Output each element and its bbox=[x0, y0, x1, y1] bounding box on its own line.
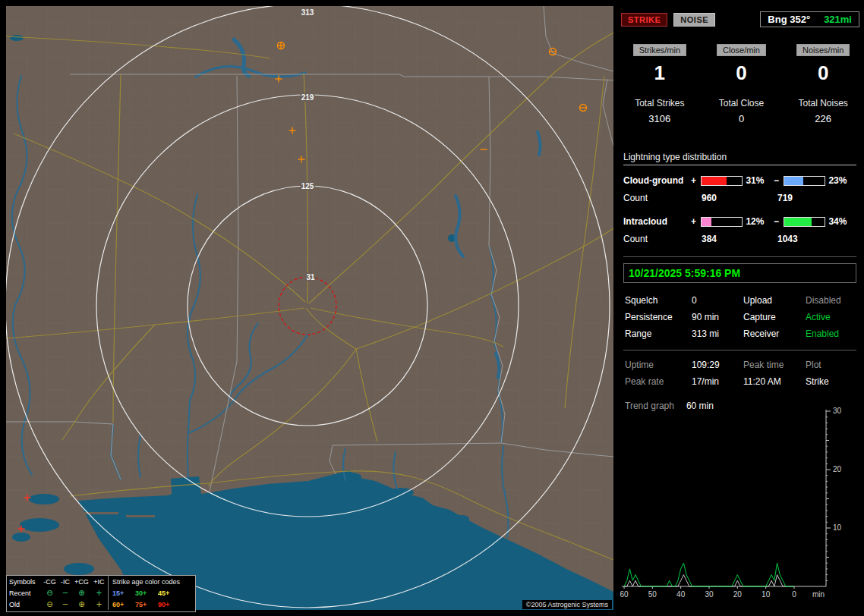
age-45: 45+ bbox=[158, 589, 181, 597]
ring-label-313: 313 bbox=[301, 8, 314, 17]
bearing-range-display: Bng 352° 321mi bbox=[760, 11, 859, 27]
recent-age-codes: 15+ 30+ 45+ bbox=[108, 587, 195, 599]
cg-positive-bar bbox=[701, 176, 743, 186]
cg-positive-percent: 31% bbox=[746, 175, 774, 186]
recent-ncg-icon: ⊖ bbox=[42, 589, 58, 597]
range-label: Range bbox=[625, 328, 692, 339]
lightning-map: 313 219 125 31 bbox=[6, 6, 613, 610]
intracloud-label: Intracloud bbox=[623, 216, 691, 227]
total-strikes-label: Total Strikes bbox=[619, 98, 701, 108]
ring-label-219: 219 bbox=[301, 93, 314, 102]
upload-label: Upload bbox=[743, 295, 806, 306]
noise-mode-button[interactable]: NOISE bbox=[673, 13, 715, 27]
age-60: 60+ bbox=[112, 601, 135, 608]
bearing-value: Bng 352° bbox=[768, 14, 810, 25]
capture-status: Active bbox=[806, 312, 859, 322]
cg-positive-count: 960 bbox=[692, 193, 777, 203]
noises-per-min-column: Noises/min 0 bbox=[782, 44, 864, 85]
plot-value: Strike bbox=[806, 376, 859, 387]
strikes-per-min-label: Strikes/min bbox=[633, 44, 686, 56]
count-label: Count bbox=[623, 193, 692, 203]
peak-rate-value: 17/min bbox=[692, 376, 743, 387]
lightning-type-distribution: Lightning type distribution Cloud-ground… bbox=[623, 152, 856, 244]
ic-positive-count: 384 bbox=[692, 234, 777, 244]
total-strikes-value: 3106 bbox=[619, 113, 701, 124]
svg-text:30: 30 bbox=[833, 407, 842, 415]
noises-per-min-value: 0 bbox=[782, 61, 864, 85]
total-close-label: Total Close bbox=[701, 98, 783, 108]
uptime-label: Uptime bbox=[625, 360, 692, 370]
old-ncg-icon: ⊖ bbox=[42, 601, 58, 608]
upload-status: Disabled bbox=[806, 295, 859, 306]
total-counters: Total Strikes 3106 Total Close 0 Total N… bbox=[619, 98, 864, 124]
receiver-status: Enabled bbox=[806, 328, 859, 339]
age-30: 30+ bbox=[135, 589, 158, 597]
bearing-distance: 321mi bbox=[824, 14, 852, 25]
svg-text:0: 0 bbox=[792, 590, 796, 599]
plus-sign: + bbox=[691, 216, 701, 227]
svg-text:60: 60 bbox=[620, 590, 629, 599]
divider bbox=[623, 256, 856, 257]
peak-rate-label: Peak rate bbox=[625, 376, 692, 387]
cloud-ground-label: Cloud-ground bbox=[623, 175, 691, 186]
close-per-min-label: Close/min bbox=[717, 44, 766, 56]
trend-chart: 1020306050403020100min bbox=[619, 405, 864, 616]
plus-sign: + bbox=[691, 175, 701, 186]
squelch-label: Squelch bbox=[625, 295, 692, 306]
legend-recent-label: Recent bbox=[7, 589, 42, 597]
legend-ncg-header: -CG bbox=[42, 578, 58, 586]
distribution-title: Lightning type distribution bbox=[623, 152, 856, 165]
legend-age-header: Strike age color codes bbox=[108, 576, 195, 587]
datetime-display: 10/21/2025 5:59:16 PM bbox=[623, 263, 856, 283]
old-pic-icon: + bbox=[90, 601, 108, 608]
ic-positive-bar bbox=[701, 217, 743, 227]
squelch-value: 0 bbox=[692, 295, 743, 306]
age-75: 75+ bbox=[135, 601, 158, 608]
plot-label: Plot bbox=[806, 360, 859, 370]
divider bbox=[623, 350, 856, 350]
total-close-value: 0 bbox=[701, 113, 783, 124]
legend-pic-header: +IC bbox=[90, 578, 108, 586]
total-noises-column: Total Noises 226 bbox=[782, 98, 864, 124]
persistence-label: Persistence bbox=[625, 312, 692, 322]
rate-counters: Strikes/min 1 Close/min 0 Noises/min 0 bbox=[619, 44, 864, 85]
cg-negative-count: 719 bbox=[777, 193, 793, 203]
total-noises-value: 226 bbox=[782, 113, 864, 124]
old-age-codes: 60+ 75+ 90+ bbox=[108, 599, 195, 610]
total-strikes-column: Total Strikes 3106 bbox=[619, 98, 701, 124]
total-noises-label: Total Noises bbox=[782, 98, 864, 108]
ic-negative-count: 1043 bbox=[777, 234, 798, 244]
ic-positive-percent: 12% bbox=[746, 216, 774, 227]
cg-negative-percent: 23% bbox=[828, 175, 856, 186]
status-panel: STRIKE NOISE Bng 352° 321mi Strikes/min … bbox=[619, 0, 864, 616]
strike-mode-button[interactable]: STRIKE bbox=[621, 13, 667, 27]
legend-nic-header: -IC bbox=[58, 578, 73, 586]
legend-symbols-header: Symbols bbox=[7, 578, 42, 586]
cloud-ground-row: Cloud-ground + 31% − 23% bbox=[623, 174, 856, 187]
age-15: 15+ bbox=[112, 589, 135, 597]
minus-sign: − bbox=[774, 216, 784, 227]
ic-negative-percent: 34% bbox=[828, 216, 856, 227]
svg-text:min: min bbox=[812, 590, 825, 599]
peak-time-label: Peak time bbox=[743, 360, 806, 370]
uptime-value: 109:29 bbox=[692, 360, 743, 370]
recent-pic-icon: + bbox=[90, 589, 108, 597]
settings-grid: Squelch 0 Upload Disabled Persistence 90… bbox=[625, 295, 859, 339]
map-display[interactable]: 313 219 125 31 Symbols -CG -IC +CG +IC S… bbox=[6, 6, 613, 610]
receiver-label: Receiver bbox=[743, 328, 806, 339]
recent-nic-icon: − bbox=[58, 589, 73, 597]
svg-text:40: 40 bbox=[676, 590, 686, 599]
strikes-per-min-column: Strikes/min 1 bbox=[619, 44, 701, 85]
svg-text:10: 10 bbox=[833, 523, 842, 532]
svg-text:30: 30 bbox=[705, 590, 714, 599]
copyright-notice: ©2005 Astrogenic Systems bbox=[522, 600, 612, 609]
svg-text:10: 10 bbox=[762, 590, 771, 599]
recent-pcg-icon: ⊕ bbox=[73, 589, 90, 597]
close-per-min-column: Close/min 0 bbox=[701, 44, 783, 85]
svg-text:20: 20 bbox=[833, 465, 842, 473]
svg-text:50: 50 bbox=[648, 590, 657, 599]
map-legend: Symbols -CG -IC +CG +IC Strike age color… bbox=[6, 575, 196, 612]
ic-negative-bar bbox=[784, 217, 825, 227]
intracloud-row: Intracloud + 12% − 34% bbox=[623, 215, 856, 228]
ring-label-125: 125 bbox=[301, 182, 314, 190]
